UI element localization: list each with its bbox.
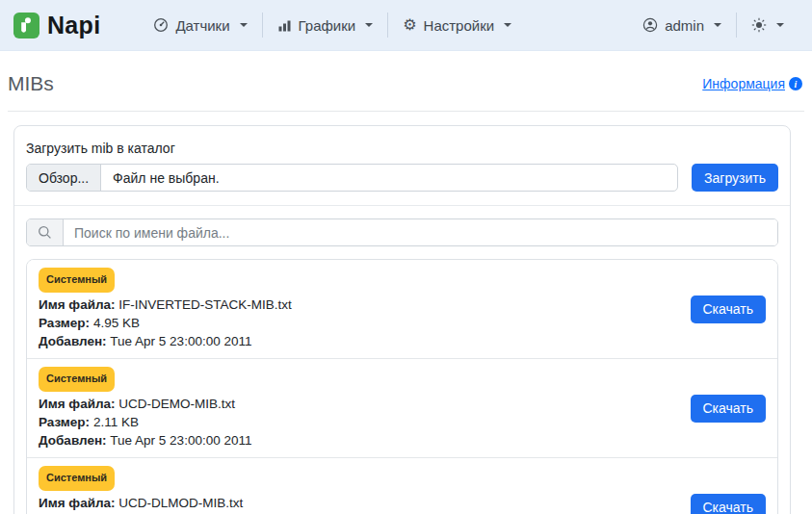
- chevron-down-icon: [504, 23, 511, 27]
- page-title: MIBs: [8, 72, 54, 95]
- page-divider: [8, 111, 804, 112]
- nav-item-label: Настройки: [424, 17, 495, 34]
- search-input[interactable]: [64, 219, 777, 245]
- file-name-row: Имя файла: UCD-DLMOD-MIB.txt: [39, 494, 251, 512]
- search-group: [26, 218, 778, 246]
- user-menu[interactable]: admin: [628, 12, 736, 39]
- sun-icon: [751, 17, 767, 33]
- file-name-row: Имя файла: UCD-DEMO-MIB.txt: [39, 395, 251, 413]
- file-added-row: Добавлен: Tue Apr 5 23:00:00 2011: [39, 332, 292, 350]
- file-list-item: Системный Имя файла: UCD-DEMO-MIB.txt Ра…: [27, 358, 777, 457]
- brand-logo-link[interactable]: Napi: [13, 12, 100, 39]
- download-button[interactable]: Скачать: [691, 395, 767, 423]
- search-icon: [27, 219, 64, 245]
- card-divider: [14, 205, 790, 206]
- person-circle-icon: [642, 17, 658, 33]
- upload-section-label: Загрузить mib в каталог: [26, 141, 778, 156]
- information-link[interactable]: Информация i: [702, 76, 802, 91]
- chevron-down-icon: [714, 23, 721, 27]
- file-added-row: Добавлен: Tue Apr 5 23:00:00 2011: [39, 431, 251, 450]
- file-size-row: Размер: 4.95 KB: [39, 314, 292, 332]
- file-name-row: Имя файла: IF-INVERTED-STACK-MIB.txt: [39, 296, 292, 314]
- brand-name: Napi: [47, 12, 100, 39]
- chevron-down-icon: [776, 23, 784, 27]
- nav-item-sensors[interactable]: Датчики: [139, 12, 261, 39]
- mibs-card: Загрузить mib в каталог Обзор... Файл не…: [13, 125, 791, 514]
- nav-item-label: Датчики: [175, 17, 229, 34]
- top-navbar: Napi Датчики Графики ⚙ Настройки: [0, 0, 812, 51]
- theme-toggle[interactable]: [737, 12, 799, 39]
- mib-file-list: Системный Имя файла: IF-INVERTED-STACK-M…: [26, 259, 778, 514]
- system-badge: Системный: [39, 268, 115, 293]
- system-badge: Системный: [39, 367, 115, 392]
- information-link-label: Информация: [702, 76, 785, 91]
- file-size-row: Размер: 2.11 KB: [39, 413, 251, 431]
- nav-item-charts[interactable]: Графики: [263, 12, 388, 39]
- system-badge: Системный: [39, 466, 115, 491]
- bar-chart-icon: [277, 18, 292, 33]
- download-button[interactable]: Скачать: [691, 296, 767, 323]
- file-list-item: Системный Имя файла: IF-INVERTED-STACK-M…: [27, 260, 777, 358]
- file-chosen-status: Файл не выбран.: [101, 165, 230, 191]
- browse-button[interactable]: Обзор...: [27, 165, 101, 191]
- info-icon: i: [789, 77, 802, 90]
- user-menu-label: admin: [665, 17, 704, 34]
- nav-item-label: Графики: [299, 17, 356, 34]
- speedometer-icon: [153, 17, 169, 33]
- napi-logo-icon: [13, 13, 39, 39]
- gear-icon: ⚙: [403, 17, 416, 33]
- file-list-item: Системный Имя файла: UCD-DLMOD-MIB.txt Р…: [27, 457, 777, 514]
- nav-item-settings[interactable]: ⚙ Настройки: [388, 12, 526, 39]
- file-input[interactable]: Обзор... Файл не выбран.: [26, 164, 678, 192]
- chevron-down-icon: [365, 23, 373, 27]
- chevron-down-icon: [240, 23, 248, 27]
- download-button[interactable]: Скачать: [691, 494, 767, 514]
- upload-button[interactable]: Загрузить: [692, 164, 778, 192]
